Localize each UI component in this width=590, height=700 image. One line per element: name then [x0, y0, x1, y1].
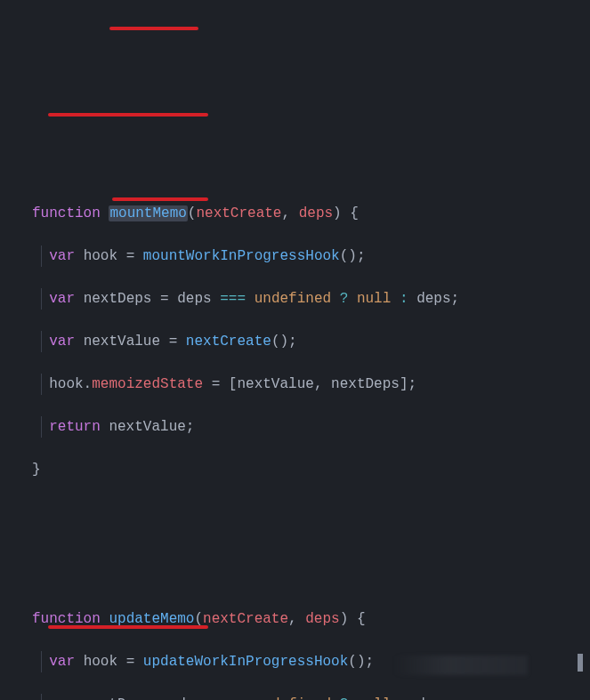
code-line: var nextDeps = deps === undefined ? null…	[0, 694, 590, 700]
watermark-smudge	[394, 656, 528, 675]
code-line: hook.memoizedState = [nextValue, nextDep…	[0, 374, 590, 395]
code-editor: function mountMemo(nextCreate, deps) { v…	[0, 0, 590, 700]
code-line-blank	[0, 523, 590, 544]
scrollbar-thumb[interactable]	[578, 654, 583, 672]
code-line: }	[0, 459, 590, 480]
code-line: var hook = mountWorkInProgressHook();	[0, 245, 590, 267]
annotation-underline	[48, 113, 208, 117]
code-line: var nextDeps = deps === undefined ? null…	[0, 288, 590, 310]
code-line: return nextValue;	[0, 416, 590, 438]
annotation-underline	[109, 27, 198, 30]
code-line: var nextValue = nextCreate();	[0, 331, 590, 352]
annotation-underline	[48, 625, 208, 629]
annotation-underline	[112, 197, 208, 201]
code-line: function mountMemo(nextCreate, deps) {	[0, 203, 590, 224]
